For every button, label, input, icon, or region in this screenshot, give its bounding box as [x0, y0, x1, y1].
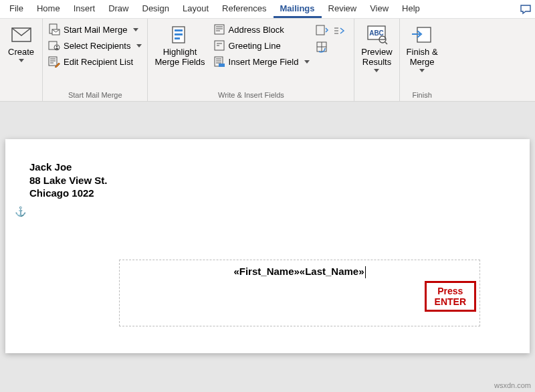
envelope-icon — [10, 23, 33, 46]
select-recipients-button[interactable]: Select Recipients — [47, 39, 143, 52]
group-label-finish: Finish — [404, 90, 441, 100]
group-write-insert: Highlight Merge Fields Address Block Gre… — [148, 19, 354, 101]
finish-merge-button[interactable]: Finish & Merge — [404, 21, 441, 74]
svg-rect-15 — [316, 25, 324, 35]
tab-insert[interactable]: Insert — [67, 1, 102, 18]
document-mail-icon — [48, 23, 60, 35]
tab-design[interactable]: Design — [136, 1, 176, 18]
preview-abc-icon: ABC — [365, 23, 388, 46]
press-enter-callout: Press ENTER — [425, 281, 476, 312]
tab-references[interactable]: References — [215, 1, 273, 18]
finish-label: Finish & Merge — [407, 47, 438, 68]
greeting-line-button[interactable]: Greeting Line — [212, 39, 312, 52]
document-workspace: Jack Joe 88 Lake View St. Chicago 1022 ⚓… — [0, 102, 535, 392]
select-rec-label: Select Recipients — [64, 41, 130, 51]
preview-results-button[interactable]: ABC Preview Results — [358, 21, 395, 74]
greeting-label: Greeting Line — [229, 41, 281, 51]
edit-recipient-list-button[interactable]: Edit Recipient List — [47, 55, 143, 68]
chevron-down-icon — [19, 59, 24, 62]
start-mm-label: Start Mail Merge — [64, 25, 127, 35]
tab-help[interactable]: Help — [395, 1, 427, 18]
greeting-icon — [213, 39, 225, 52]
chevron-down-icon — [419, 69, 425, 72]
highlight-fields-icon — [169, 23, 191, 46]
return-address[interactable]: Jack Joe 88 Lake View St. Chicago 1022 — [29, 161, 506, 200]
finish-merge-icon — [411, 23, 433, 46]
match-fields-icon[interactable] — [332, 24, 346, 37]
group-label-start: Start Mail Merge — [47, 90, 143, 100]
group-start-mail-merge: Start Mail Merge Select Recipients Edit … — [43, 19, 148, 101]
merge-field-first-name[interactable]: «First_Name» — [233, 266, 299, 277]
group-label-preview — [358, 98, 395, 100]
svg-rect-10 — [175, 37, 180, 39]
group-preview: ABC Preview Results — [354, 19, 399, 101]
envelope-page[interactable]: Jack Joe 88 Lake View St. Chicago 1022 ⚓… — [5, 139, 530, 353]
recipients-icon — [48, 39, 60, 52]
create-button[interactable]: Create — [5, 21, 37, 64]
insert-field-label: Insert Merge Field — [229, 57, 299, 67]
rules-match-update — [315, 21, 350, 54]
preview-label: Preview Results — [361, 47, 392, 68]
insert-merge-field-button[interactable]: Insert Merge Field — [212, 55, 312, 68]
svg-text:ABC: ABC — [370, 29, 385, 37]
ribbon: Create Start Mail Merge Select Recipie — [0, 19, 535, 102]
tab-draw[interactable]: Draw — [102, 1, 135, 18]
callout-line-2: ENTER — [435, 296, 466, 307]
menu-tabs: File Home Insert Draw Design Layout Refe… — [0, 0, 535, 19]
edit-rec-label: Edit Recipient List — [64, 57, 133, 67]
tab-layout[interactable]: Layout — [176, 1, 215, 18]
svg-rect-9 — [175, 33, 183, 35]
insert-field-icon — [213, 56, 225, 68]
addr-block-label: Address Block — [229, 25, 284, 35]
comments-icon[interactable] — [519, 4, 532, 15]
svg-rect-8 — [175, 29, 183, 31]
group-label-write: Write & Insert Fields — [152, 90, 350, 100]
group-create: Create — [1, 19, 43, 101]
rules-icon[interactable] — [315, 24, 328, 37]
return-line-3: Chicago 1022 — [29, 187, 506, 200]
tab-mailings[interactable]: Mailings — [274, 1, 322, 18]
start-mail-merge-button[interactable]: Start Mail Merge — [47, 23, 143, 36]
address-block-button[interactable]: Address Block — [212, 23, 312, 36]
text-cursor — [365, 266, 366, 278]
tab-home[interactable]: Home — [30, 1, 67, 18]
group-label-create — [5, 98, 38, 100]
address-block-icon — [213, 23, 225, 35]
svg-point-5 — [56, 45, 58, 47]
callout-line-1: Press — [435, 286, 466, 296]
svg-rect-14 — [219, 64, 225, 67]
merge-field-last-name[interactable]: «Last_Name» — [300, 266, 364, 277]
tab-view[interactable]: View — [363, 1, 395, 18]
watermark: wsxdn.com — [494, 381, 531, 389]
chevron-down-icon — [374, 69, 379, 72]
group-finish: Finish & Merge Finish — [400, 19, 445, 101]
svg-rect-11 — [215, 25, 224, 34]
highlight-merge-fields-button[interactable]: Highlight Merge Fields — [152, 21, 207, 70]
return-line-1: Jack Joe — [29, 161, 506, 174]
tab-review[interactable]: Review — [322, 1, 364, 18]
create-label: Create — [8, 47, 34, 58]
edit-list-icon — [48, 56, 60, 68]
return-line-2: 88 Lake View St. — [29, 174, 506, 187]
anchor-icon: ⚓ — [15, 206, 26, 217]
highlight-label: Highlight Merge Fields — [154, 47, 205, 68]
update-labels-icon[interactable] — [315, 40, 328, 54]
tab-file[interactable]: File — [3, 1, 30, 18]
